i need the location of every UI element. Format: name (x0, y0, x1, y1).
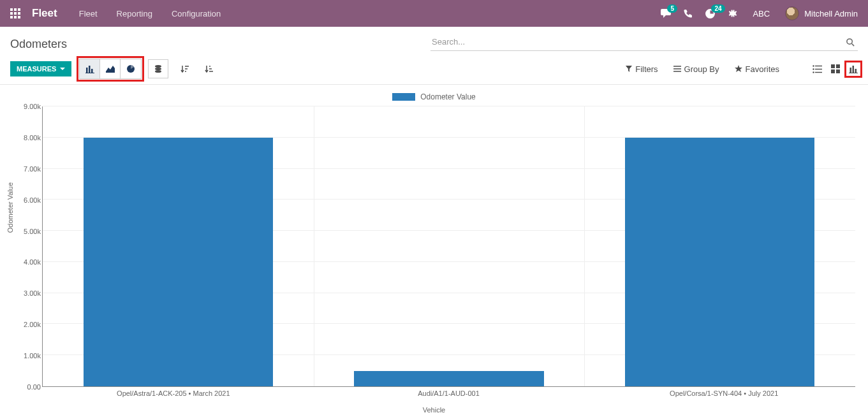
bar-chart-button[interactable] (80, 59, 100, 78)
bars-group (43, 106, 855, 386)
svg-point-0 (847, 38, 852, 43)
favorites-label: Favorites (746, 64, 779, 74)
activities-badge: 24 (711, 4, 725, 13)
funnel-icon (626, 66, 632, 72)
nav-link-configuration[interactable]: Configuration (168, 9, 224, 18)
stacked-button[interactable] (148, 59, 168, 78)
x-axis-label: Vehicle (0, 406, 868, 414)
x-tick-label: Audi/A1/1-AUD-001 (311, 386, 587, 397)
search-icon[interactable] (846, 38, 855, 47)
filters-label: Filters (635, 64, 658, 74)
chart-plot: Odometer Value 0.001.00k2.00k3.00k4.00k5… (42, 106, 855, 387)
search-input[interactable] (430, 33, 858, 51)
search-bar (430, 33, 858, 51)
svg-rect-22 (815, 65, 822, 66)
chart-legend: Odometer Value (6, 90, 862, 106)
top-navbar: Fleet Fleet Reporting Configuration 5 24… (0, 0, 868, 27)
chart-container: Odometer Value Odometer Value 0.001.00k2… (0, 85, 868, 415)
favorites-dropdown[interactable]: Favorites (735, 64, 779, 74)
pie-chart-button[interactable] (121, 59, 141, 78)
user-menu[interactable]: Mitchell Admin (785, 6, 858, 20)
groupby-dropdown[interactable]: Group By (673, 64, 719, 74)
grid-area (42, 106, 855, 387)
view-switcher (813, 64, 858, 73)
y-axis: 0.001.00k2.00k3.00k4.00k5.00k6.00k7.00k8… (17, 106, 41, 387)
graph-view-button[interactable] (849, 65, 858, 73)
sort-asc-button[interactable] (202, 59, 217, 78)
phone-icon[interactable] (684, 9, 693, 18)
svg-point-25 (813, 71, 814, 73)
navbar-left: Fleet Fleet Reporting Configuration (10, 7, 224, 20)
y-tick: 9.00k (17, 103, 41, 110)
apps-icon[interactable] (10, 8, 20, 18)
y-tick: 7.00k (17, 165, 41, 173)
nav-link-fleet[interactable]: Fleet (75, 9, 101, 18)
bar-slot (314, 106, 585, 386)
x-tick-label: Opel/Corsa/1-SYN-404 • July 2021 (586, 386, 862, 397)
company-selector[interactable]: ABC (749, 9, 774, 18)
user-name: Mitchell Admin (804, 9, 858, 18)
messages-icon[interactable]: 5 (661, 8, 672, 18)
svg-rect-24 (815, 68, 822, 69)
y-tick: 1.00k (17, 352, 41, 360)
groupby-label: Group By (684, 64, 719, 74)
bar[interactable] (354, 371, 543, 386)
caret-down-icon (60, 68, 65, 70)
bar[interactable] (625, 138, 814, 386)
y-axis-label: Odometer Value (6, 182, 14, 233)
y-tick: 8.00k (17, 134, 41, 142)
avatar (785, 6, 799, 20)
svg-rect-28 (836, 64, 840, 68)
y-tick: 2.00k (17, 321, 41, 328)
navbar-right: 5 24 ABC Mitchell Admin (661, 6, 858, 20)
svg-rect-3 (89, 66, 91, 73)
legend-label: Odometer Value (420, 92, 476, 101)
search-filters: Filters Group By Favorites (626, 64, 858, 74)
y-tick: 3.00k (17, 289, 41, 297)
chart-type-group (79, 59, 142, 79)
svg-rect-27 (831, 64, 835, 68)
page-title: Odometers (10, 38, 67, 51)
control-panel: Odometers MEASURES (0, 27, 868, 85)
y-tick: 4.00k (17, 258, 41, 266)
svg-rect-29 (831, 69, 835, 73)
activities-icon[interactable]: 24 (705, 8, 716, 19)
svg-point-8 (155, 68, 161, 70)
svg-point-23 (813, 68, 814, 69)
x-axis-labels: Opel/Astra/1-ACK-205 • March 2021Audi/A1… (36, 386, 862, 397)
messages-badge: 5 (667, 4, 677, 13)
svg-rect-31 (850, 68, 852, 73)
sort-desc-button[interactable] (177, 59, 193, 78)
list-view-button[interactable] (813, 65, 822, 73)
y-tick: 6.00k (17, 196, 41, 204)
filters-dropdown[interactable]: Filters (626, 64, 658, 74)
measures-label: MEASURES (17, 65, 56, 73)
svg-point-7 (155, 65, 161, 68)
svg-rect-32 (853, 66, 855, 73)
debug-icon[interactable] (727, 8, 737, 18)
svg-rect-2 (86, 68, 88, 73)
svg-rect-26 (815, 71, 822, 72)
list-icon (673, 66, 681, 72)
measures-button[interactable]: MEASURES (10, 61, 71, 76)
bar-slot (43, 106, 314, 386)
svg-rect-30 (836, 69, 840, 73)
svg-point-21 (813, 65, 814, 66)
bar-slot (584, 106, 855, 386)
svg-rect-4 (91, 69, 93, 73)
svg-point-9 (155, 70, 161, 73)
kanban-view-button[interactable] (831, 64, 840, 73)
star-icon (735, 65, 742, 73)
legend-swatch (392, 93, 415, 101)
nav-link-reporting[interactable]: Reporting (113, 9, 156, 18)
app-brand[interactable]: Fleet (32, 7, 57, 20)
line-chart-button[interactable] (100, 59, 121, 78)
svg-rect-33 (855, 69, 857, 73)
y-tick: 5.00k (17, 228, 41, 235)
svg-line-1 (852, 43, 855, 46)
x-tick-label: Opel/Astra/1-ACK-205 • March 2021 (36, 386, 311, 397)
bar[interactable] (84, 138, 273, 386)
